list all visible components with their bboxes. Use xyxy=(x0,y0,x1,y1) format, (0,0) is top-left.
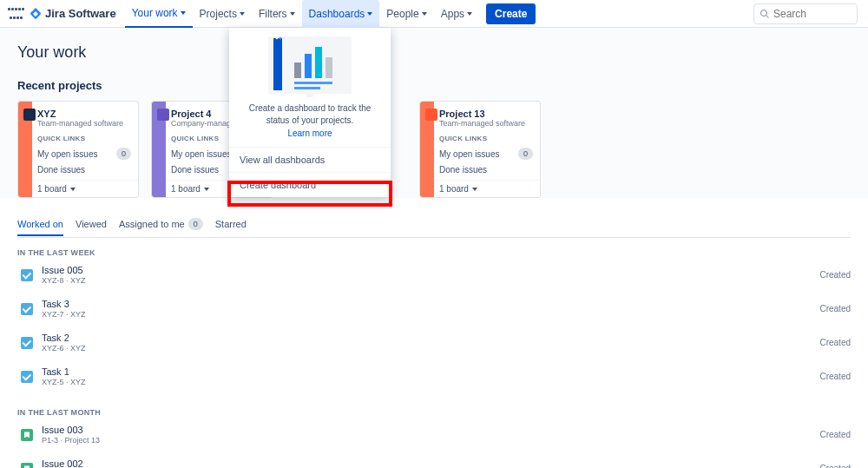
chevron-down-icon xyxy=(70,188,76,191)
svg-marker-13 xyxy=(305,94,315,97)
tab-assigned[interactable]: Assigned to me0 xyxy=(119,213,203,237)
view-all-dashboards[interactable]: View all dashboards xyxy=(229,147,391,172)
quick-links-label: Quick links xyxy=(37,135,131,142)
dashboard-illustration xyxy=(229,28,391,102)
work-tabs: Worked on Viewed Assigned to me0 Starred xyxy=(17,213,851,238)
issue-meta: P1-3 · Project 13 xyxy=(42,436,819,445)
svg-point-4 xyxy=(276,37,279,40)
issue-row[interactable]: Issue 002 P1-2 · Project 13 Created xyxy=(17,456,851,468)
open-issues-link[interactable]: My open issues0 xyxy=(37,148,131,160)
issue-meta: XYZ-8 · XYZ xyxy=(42,276,819,286)
nav-projects[interactable]: Projects xyxy=(193,0,252,28)
dashboards-dropdown: Create a dashboard to track the status o… xyxy=(229,28,391,197)
svg-rect-7 xyxy=(294,63,301,78)
task-icon xyxy=(21,371,33,383)
story-icon xyxy=(21,463,33,468)
issue-title: Issue 002 xyxy=(42,458,819,468)
app-switcher-icon[interactable] xyxy=(7,5,24,23)
recent-projects-title: Recent projects xyxy=(17,79,851,92)
assigned-count-badge: 0 xyxy=(188,218,203,230)
story-icon xyxy=(21,429,33,441)
issue-status: Created xyxy=(819,430,851,439)
task-icon xyxy=(21,303,33,315)
search-box[interactable] xyxy=(753,3,858,24)
issue-row[interactable]: Task 1 XYZ-5 · XYZ Created xyxy=(17,364,851,398)
project-card[interactable]: Project 13 Team-managed software Quick l… xyxy=(419,101,541,198)
group-label: IN THE LAST MONTH xyxy=(17,408,851,417)
project-avatar-icon xyxy=(157,109,169,121)
task-icon xyxy=(21,337,33,349)
issue-meta: XYZ-5 · XYZ xyxy=(42,378,819,387)
chevron-down-icon xyxy=(181,11,186,15)
svg-rect-8 xyxy=(305,54,312,78)
learn-more-link[interactable]: Learn more xyxy=(229,129,391,147)
svg-point-5 xyxy=(279,37,282,40)
svg-line-1 xyxy=(766,15,769,17)
quick-links-label: Quick links xyxy=(439,135,533,142)
chevron-down-icon xyxy=(367,12,372,16)
page-title: Your work xyxy=(17,43,851,62)
board-selector[interactable]: 1 board xyxy=(420,180,540,197)
issue-row[interactable]: Task 2 XYZ-6 · XYZ Created xyxy=(17,330,851,364)
project-card[interactable]: XYZ Team-managed software Quick links My… xyxy=(17,101,139,198)
issue-status: Created xyxy=(819,338,851,347)
issue-title: Issue 003 xyxy=(42,425,819,436)
issue-status: Created xyxy=(819,270,851,280)
svg-point-0 xyxy=(761,10,767,16)
issue-status: Created xyxy=(819,464,851,468)
jira-icon xyxy=(30,8,42,20)
tab-viewed[interactable]: Viewed xyxy=(76,214,107,236)
nav-dashboards[interactable]: Dashboards xyxy=(302,0,380,28)
issue-status: Created xyxy=(819,372,851,381)
project-type: Team-managed software xyxy=(439,119,533,128)
done-issues-link[interactable]: Done issues xyxy=(439,165,533,175)
svg-rect-3 xyxy=(273,38,282,90)
tab-worked-on[interactable]: Worked on xyxy=(17,214,63,236)
done-issues-link[interactable]: Done issues xyxy=(37,165,131,175)
nav-people[interactable]: People xyxy=(379,0,433,28)
nav-your-work[interactable]: Your work xyxy=(125,0,193,28)
issue-title: Issue 005 xyxy=(42,265,819,276)
project-name: XYZ xyxy=(37,109,131,119)
board-selector[interactable]: 1 board xyxy=(18,180,138,197)
create-button[interactable]: Create xyxy=(486,3,536,24)
issue-meta: XYZ-7 · XYZ xyxy=(42,310,819,320)
issue-row[interactable]: Issue 003 P1-3 · Project 13 Created xyxy=(17,422,851,456)
chevron-down-icon xyxy=(422,12,427,16)
issue-title: Task 1 xyxy=(42,366,819,378)
issue-meta: XYZ-6 · XYZ xyxy=(42,344,819,353)
issue-row[interactable]: Task 3 XYZ-7 · XYZ Created xyxy=(17,296,851,330)
svg-rect-12 xyxy=(294,87,320,89)
project-avatar-icon xyxy=(425,109,437,121)
tab-starred[interactable]: Starred xyxy=(215,214,247,236)
open-issues-link[interactable]: My open issues0 xyxy=(439,148,533,160)
issue-title: Task 2 xyxy=(42,333,819,344)
nav-filters[interactable]: Filters xyxy=(252,0,302,28)
svg-point-6 xyxy=(283,37,286,40)
work-list-area: Worked on Viewed Assigned to me0 Starred… xyxy=(0,198,868,468)
search-input[interactable] xyxy=(773,8,843,20)
svg-rect-11 xyxy=(294,82,332,84)
brand-text: Jira Software xyxy=(45,7,116,20)
dropdown-description: Create a dashboard to track the status o… xyxy=(229,102,391,129)
open-count-badge: 0 xyxy=(116,148,131,160)
issue-row[interactable]: Issue 005 XYZ-8 · XYZ Created xyxy=(17,262,851,296)
page-header-area: Your work Recent projects XYZ Team-manag… xyxy=(0,28,868,198)
jira-logo[interactable]: Jira Software xyxy=(30,7,116,20)
chevron-down-icon xyxy=(240,12,245,16)
project-avatar-icon xyxy=(23,109,36,121)
chevron-down-icon xyxy=(204,188,209,191)
chevron-down-icon xyxy=(290,12,295,16)
project-name: Project 13 xyxy=(439,109,533,119)
group-label: IN THE LAST WEEK xyxy=(17,248,851,257)
chevron-down-icon xyxy=(472,188,477,191)
chevron-down-icon xyxy=(467,12,472,16)
svg-rect-9 xyxy=(315,47,322,78)
svg-rect-10 xyxy=(326,57,332,78)
search-icon xyxy=(760,9,770,19)
project-cards: XYZ Team-managed software Quick links My… xyxy=(17,101,851,198)
issue-status: Created xyxy=(819,304,851,313)
open-count-badge: 0 xyxy=(518,148,533,160)
create-dashboard[interactable]: Create dashboard xyxy=(229,172,391,197)
nav-apps[interactable]: Apps xyxy=(434,0,479,28)
